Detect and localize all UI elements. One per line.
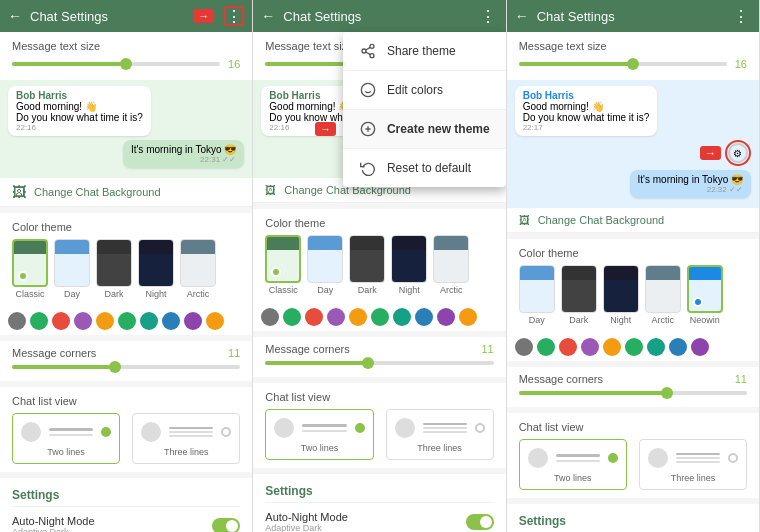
- dot-orange-2[interactable]: [349, 308, 367, 326]
- two-lines-option-3[interactable]: Two lines: [519, 439, 627, 490]
- theme-night-2[interactable]: Night: [391, 235, 427, 295]
- radio-two-1: [101, 427, 111, 437]
- color-dots-2: [253, 303, 505, 331]
- slider-thumb-1[interactable]: [120, 58, 132, 70]
- msg-corners-section-1: Message corners 11: [0, 341, 252, 381]
- dot-green2-3[interactable]: [625, 338, 643, 356]
- dot-purple-2[interactable]: [327, 308, 345, 326]
- dot-blue-2[interactable]: [415, 308, 433, 326]
- panel-3: ← Chat Settings ⋮ Message text size 16 B…: [507, 0, 760, 532]
- theme-day-2[interactable]: Day: [307, 235, 343, 295]
- chat-list-view-3: Chat list view Two lines: [507, 413, 759, 498]
- dot-yellow-2[interactable]: [459, 308, 477, 326]
- dot-gray-2[interactable]: [261, 308, 279, 326]
- dot-purple-3[interactable]: [581, 338, 599, 356]
- theme-options-1: Classic Day Dark Night Arctic: [12, 239, 240, 299]
- received-bubble-1: Bob Harris Good morning! 👋 Do you know w…: [8, 86, 151, 136]
- dot-violet-2[interactable]: [437, 308, 455, 326]
- svg-point-5: [361, 83, 374, 96]
- dot-gray-1[interactable]: [8, 312, 26, 330]
- dot-yellow-1[interactable]: [206, 312, 224, 330]
- menu-icon-2[interactable]: ⋮: [478, 6, 498, 26]
- dot-orange-3[interactable]: [603, 338, 621, 356]
- back-button-1[interactable]: ←: [8, 8, 22, 24]
- three-lines-option-3[interactable]: Three lines: [639, 439, 747, 490]
- dot-green1-2[interactable]: [283, 308, 301, 326]
- dropdown-edit-colors[interactable]: Edit colors: [343, 71, 506, 110]
- dot-teal-2[interactable]: [393, 308, 411, 326]
- slider-track-1[interactable]: [12, 62, 220, 66]
- color-dots-3: [507, 333, 759, 361]
- dot-red-2[interactable]: [305, 308, 323, 326]
- dropdown-share-theme[interactable]: Share theme: [343, 32, 506, 71]
- header-title-1: Chat Settings: [30, 9, 185, 24]
- dot-violet-3[interactable]: [691, 338, 709, 356]
- three-lines-option-2[interactable]: Three lines: [386, 409, 494, 460]
- menu-icon-1[interactable]: ⋮: [224, 6, 244, 26]
- annotation-arrow-1: →: [193, 9, 214, 23]
- gear-circle-annotation: ⚙: [725, 140, 751, 166]
- header-2: ← Chat Settings ⋮: [253, 0, 505, 32]
- chat-list-options-3: Two lines Three lines: [519, 439, 747, 490]
- corners-slider-1[interactable]: [12, 365, 240, 369]
- dot-gray-3[interactable]: [515, 338, 533, 356]
- dot-red-1[interactable]: [52, 312, 70, 330]
- theme-classic-2[interactable]: Classic: [265, 235, 301, 295]
- theme-dark-1[interactable]: Dark: [96, 239, 132, 299]
- header-title-2: Chat Settings: [283, 9, 469, 24]
- text-size-label-1: Message text size: [12, 40, 240, 52]
- auto-night-item-2[interactable]: Auto-Night Mode Adaptive Dark: [265, 507, 493, 532]
- header-title-3: Chat Settings: [537, 9, 723, 24]
- dot-purple-1[interactable]: [74, 312, 92, 330]
- two-lines-option-2[interactable]: Two lines: [265, 409, 373, 460]
- settings-section-2: Settings Auto-Night Mode Adaptive Dark I…: [253, 474, 505, 532]
- corners-slider-3[interactable]: [519, 391, 747, 395]
- auto-night-toggle-2[interactable]: [466, 514, 494, 530]
- gear-icon-3[interactable]: ⚙: [728, 143, 748, 163]
- dot-violet-1[interactable]: [184, 312, 202, 330]
- dot-orange-1[interactable]: [96, 312, 114, 330]
- theme-classic-1[interactable]: Classic: [12, 239, 48, 299]
- theme-day-3[interactable]: Day: [519, 265, 555, 325]
- menu-icon-3[interactable]: ⋮: [731, 6, 751, 26]
- svg-line-4: [366, 47, 371, 50]
- back-button-3[interactable]: ←: [515, 8, 529, 24]
- dot-blue-3[interactable]: [669, 338, 687, 356]
- dropdown-create-theme[interactable]: → Create new theme: [343, 110, 506, 149]
- dot-blue-1[interactable]: [162, 312, 180, 330]
- dot-green2-2[interactable]: [371, 308, 389, 326]
- three-lines-option-1[interactable]: Three lines: [132, 413, 240, 464]
- chat-list-options-1: Two lines Three lines: [12, 413, 240, 464]
- dot-teal-1[interactable]: [140, 312, 158, 330]
- palette-icon: [359, 81, 377, 99]
- theme-night-1[interactable]: Night: [138, 239, 174, 299]
- auto-night-item-1[interactable]: Auto-Night Mode Adaptive Dark: [12, 511, 240, 532]
- theme-arctic-1[interactable]: Arctic: [180, 239, 216, 299]
- dot-green2-1[interactable]: [118, 312, 136, 330]
- theme-dark-3[interactable]: Dark: [561, 265, 597, 325]
- dot-teal-3[interactable]: [647, 338, 665, 356]
- slider-track-3[interactable]: [519, 62, 727, 66]
- dropdown-reset[interactable]: Reset to default: [343, 149, 506, 187]
- change-bg-3[interactable]: 🖼 Change Chat Background: [507, 208, 759, 233]
- theme-night-3[interactable]: Night: [603, 265, 639, 325]
- color-theme-1: Color theme Classic Day Dark: [0, 213, 252, 307]
- two-lines-option-1[interactable]: Two lines: [12, 413, 120, 464]
- refresh-icon: [359, 159, 377, 177]
- theme-neowin-3[interactable]: Neowin: [687, 265, 723, 325]
- theme-arctic-2[interactable]: Arctic: [433, 235, 469, 295]
- auto-night-toggle-1[interactable]: [212, 518, 240, 532]
- theme-day-1[interactable]: Day: [54, 239, 90, 299]
- dot-green1-3[interactable]: [537, 338, 555, 356]
- corners-slider-2[interactable]: [265, 361, 493, 365]
- dot-red-3[interactable]: [559, 338, 577, 356]
- change-bg-1[interactable]: 🖼 Change Chat Background: [0, 178, 252, 207]
- theme-arctic-3[interactable]: Arctic: [645, 265, 681, 325]
- svg-line-3: [366, 52, 371, 55]
- content-1: Message text size 16 Bob Harris Good mor…: [0, 32, 252, 532]
- back-button-2[interactable]: ←: [261, 8, 275, 24]
- share-icon: [359, 42, 377, 60]
- dot-green1-1[interactable]: [30, 312, 48, 330]
- chat-preview-1: Bob Harris Good morning! 👋 Do you know w…: [0, 80, 252, 178]
- theme-dark-2[interactable]: Dark: [349, 235, 385, 295]
